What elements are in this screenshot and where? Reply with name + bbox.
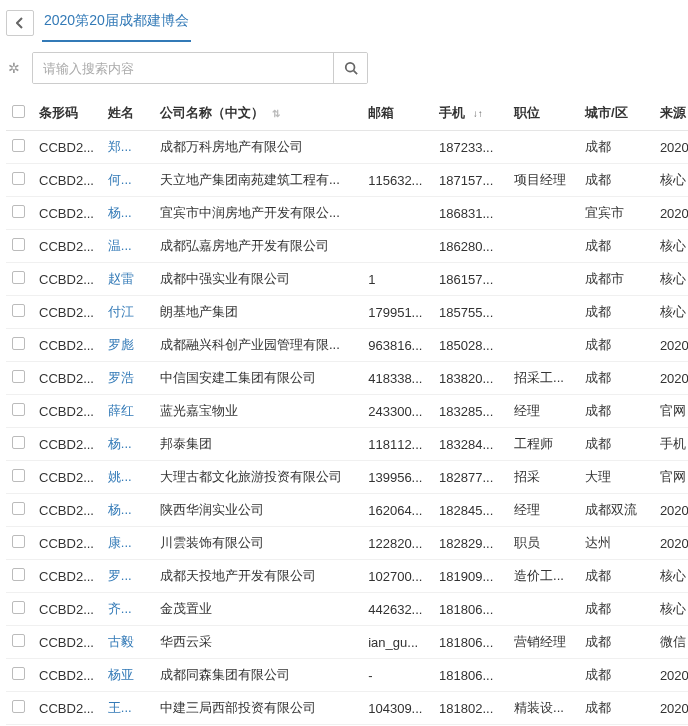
cell-barcode: CCBD2... [33, 659, 102, 692]
cell-email: 118112... [362, 428, 433, 461]
row-checkbox[interactable] [12, 469, 25, 482]
table-row[interactable]: CCBD2...温...成都弘嘉房地产开发有限公司186280...成都核心 [6, 230, 688, 263]
cell-name-link[interactable]: 付江 [102, 296, 154, 329]
column-header-position[interactable]: 职位 [508, 96, 579, 131]
column-header-phone-label: 手机 [439, 105, 465, 120]
column-header-name[interactable]: 姓名 [102, 96, 154, 131]
table-row[interactable]: CCBD2...付江朗基地产集团179951...185755...成都核心 [6, 296, 688, 329]
cell-barcode: CCBD2... [33, 560, 102, 593]
row-checkbox[interactable] [12, 205, 25, 218]
table-row[interactable]: CCBD2...赵雷成都中强实业有限公司1186157...成都市核心 [6, 263, 688, 296]
row-checkbox[interactable] [12, 238, 25, 251]
cell-city: 成都 [579, 164, 654, 197]
row-checkbox[interactable] [12, 601, 25, 614]
row-checkbox[interactable] [12, 304, 25, 317]
select-all-checkbox[interactable] [12, 105, 25, 118]
cell-city: 成都 [579, 296, 654, 329]
cell-name-link[interactable]: 杨... [102, 428, 154, 461]
cell-source: 2020 [654, 494, 688, 527]
cell-name-link[interactable]: 王... [102, 692, 154, 725]
row-checkbox[interactable] [12, 568, 25, 581]
cell-phone: 181806... [433, 659, 508, 692]
cell-barcode: CCBD2... [33, 692, 102, 725]
column-header-phone[interactable]: 手机 ↓↑ [433, 96, 508, 131]
search-icon [344, 61, 358, 75]
cell-position [508, 659, 579, 692]
table-row[interactable]: CCBD2...杨亚成都同森集团有限公司-181806...成都2020 [6, 659, 688, 692]
row-checkbox[interactable] [12, 403, 25, 416]
cell-city: 成都双流 [579, 494, 654, 527]
cell-name-link[interactable]: 杨亚 [102, 659, 154, 692]
table-row[interactable]: CCBD2...罗...成都天投地产开发有限公司102700...181909.… [6, 560, 688, 593]
column-header-barcode[interactable]: 条形码 [33, 96, 102, 131]
cell-city: 成都 [579, 692, 654, 725]
cell-source: 手机 [654, 428, 688, 461]
table-row[interactable]: CCBD2...薛红蓝光嘉宝物业243300...183285...经理成都官网 [6, 395, 688, 428]
row-checkbox[interactable] [12, 337, 25, 350]
cell-name-link[interactable]: 罗... [102, 560, 154, 593]
cell-phone: 182845... [433, 494, 508, 527]
cell-phone: 185028... [433, 329, 508, 362]
table-row[interactable]: CCBD2...康...川雲装饰有限公司122820...182829...职员… [6, 527, 688, 560]
row-checkbox[interactable] [12, 667, 25, 680]
cell-name-link[interactable]: 姚... [102, 461, 154, 494]
cell-name-link[interactable]: 康... [102, 527, 154, 560]
sort-desc-icon: ↓↑ [473, 109, 483, 119]
gear-icon[interactable]: ✲ [6, 60, 22, 76]
table-row[interactable]: CCBD2...罗浩中信国安建工集团有限公司418338...183820...… [6, 362, 688, 395]
back-button[interactable] [6, 10, 34, 36]
search-input[interactable] [33, 53, 333, 83]
row-checkbox[interactable] [12, 634, 25, 647]
column-header-email[interactable]: 邮箱 [362, 96, 433, 131]
table-row[interactable]: CCBD2...王...中建三局西部投资有限公司104309...181802.… [6, 692, 688, 725]
cell-name-link[interactable]: 齐... [102, 593, 154, 626]
table-row[interactable]: CCBD2...杨...陕西华润实业公司162064...182845...经理… [6, 494, 688, 527]
cell-position: 工程师 [508, 428, 579, 461]
cell-barcode: CCBD2... [33, 197, 102, 230]
table-row[interactable]: CCBD2...杨...宜宾市中润房地产开发有限公...186831...宜宾市… [6, 197, 688, 230]
cell-name-link[interactable]: 何... [102, 164, 154, 197]
table-row[interactable]: CCBD2...古毅华西云采ian_gu...181806...营销经理成都微信 [6, 626, 688, 659]
cell-position [508, 329, 579, 362]
cell-name-link[interactable]: 薛红 [102, 395, 154, 428]
row-checkbox[interactable] [12, 370, 25, 383]
table-row[interactable]: CCBD2...何...天立地产集团南苑建筑工程有...115632...187… [6, 164, 688, 197]
row-checkbox[interactable] [12, 700, 25, 713]
column-header-source[interactable]: 来源 [654, 96, 688, 131]
cell-email: 442632... [362, 593, 433, 626]
row-checkbox[interactable] [12, 436, 25, 449]
cell-phone: 187233... [433, 131, 508, 164]
cell-barcode: CCBD2... [33, 461, 102, 494]
search-button[interactable] [333, 53, 367, 83]
tab-active[interactable]: 2020第20届成都建博会 [42, 4, 191, 42]
cell-name-link[interactable]: 杨... [102, 494, 154, 527]
cell-name-link[interactable]: 杨... [102, 197, 154, 230]
table-row[interactable]: CCBD2...姚...大理古都文化旅游投资有限公司139956...18287… [6, 461, 688, 494]
cell-name-link[interactable]: 罗浩 [102, 362, 154, 395]
table-row[interactable]: CCBD2...罗彪成都融兴科创产业园管理有限...963816...18502… [6, 329, 688, 362]
cell-phone: 187157... [433, 164, 508, 197]
cell-phone: 183284... [433, 428, 508, 461]
table-row[interactable]: CCBD2...杨...邦泰集团118112...183284...工程师成都手… [6, 428, 688, 461]
row-checkbox[interactable] [12, 535, 25, 548]
cell-source: 2020 [654, 362, 688, 395]
cell-name-link[interactable]: 古毅 [102, 626, 154, 659]
cell-phone: 186280... [433, 230, 508, 263]
cell-company: 蓝光嘉宝物业 [154, 395, 362, 428]
cell-name-link[interactable]: 温... [102, 230, 154, 263]
table-row[interactable]: CCBD2...齐...金茂置业442632...181806...成都核心 [6, 593, 688, 626]
row-checkbox[interactable] [12, 271, 25, 284]
row-checkbox[interactable] [12, 172, 25, 185]
column-header-city[interactable]: 城市/区 [579, 96, 654, 131]
cell-name-link[interactable]: 赵雷 [102, 263, 154, 296]
cell-email: 139956... [362, 461, 433, 494]
cell-email: ian_gu... [362, 626, 433, 659]
cell-name-link[interactable]: 郑... [102, 131, 154, 164]
table-row[interactable]: CCBD2...郑...成都万科房地产有限公司187233...成都2020 [6, 131, 688, 164]
cell-source: 核心 [654, 263, 688, 296]
column-header-company[interactable]: 公司名称（中文） ⇅ [154, 96, 362, 131]
row-checkbox[interactable] [12, 502, 25, 515]
cell-source: 核心 [654, 560, 688, 593]
cell-name-link[interactable]: 罗彪 [102, 329, 154, 362]
row-checkbox[interactable] [12, 139, 25, 152]
